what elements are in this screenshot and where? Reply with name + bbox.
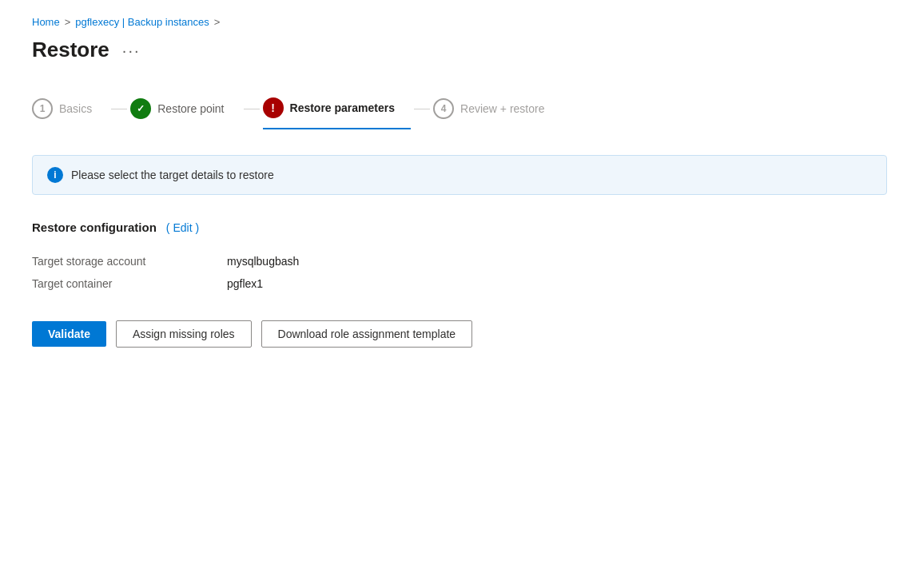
breadcrumb-sep1: >	[65, 16, 71, 28]
config-value-container: pgflex1	[227, 277, 263, 290]
breadcrumb-home[interactable]: Home	[32, 16, 60, 28]
info-banner: i Please select the target details to re…	[32, 155, 887, 195]
restore-config-title: Restore configuration	[32, 220, 157, 234]
step-restore-parameters-indicator: !	[263, 97, 284, 118]
download-template-button[interactable]: Download role assignment template	[261, 320, 473, 348]
step-basics-indicator: 1	[32, 98, 53, 119]
config-row-container: Target container pgflex1	[32, 272, 887, 295]
restore-config-table: Target storage account mysqlbugbash Targ…	[32, 250, 887, 295]
info-banner-text: Please select the target details to rest…	[71, 169, 274, 181]
config-value-storage: mysqlbugbash	[227, 255, 299, 268]
info-icon: i	[47, 167, 63, 183]
step-basics-label: Basics	[59, 102, 92, 115]
step-restore-point[interactable]: ✓ Restore point	[130, 89, 240, 129]
breadcrumb-parent[interactable]: pgflexecy | Backup instances	[75, 16, 209, 28]
step-separator-3	[414, 109, 430, 109]
step-restore-point-indicator: ✓	[130, 98, 151, 119]
restore-config-header: Restore configuration ( Edit )	[32, 220, 887, 234]
config-row-storage: Target storage account mysqlbugbash	[32, 250, 887, 272]
wizard-steps: 1 Basics ✓ Restore point ! Restore param…	[32, 88, 887, 129]
page-title: Restore	[32, 38, 109, 62]
validate-button[interactable]: Validate	[32, 321, 106, 347]
step-restore-parameters-label: Restore parameters	[290, 101, 396, 114]
config-label-container: Target container	[32, 277, 208, 290]
step-separator-1	[111, 109, 127, 109]
config-label-storage: Target storage account	[32, 255, 208, 268]
step-review-restore[interactable]: 4 Review + restore	[433, 89, 560, 129]
step-basics[interactable]: 1 Basics	[32, 89, 108, 129]
action-buttons: Validate Assign missing roles Download r…	[32, 320, 887, 348]
step-separator-2	[244, 109, 260, 109]
step-restore-point-label: Restore point	[157, 102, 224, 115]
edit-link[interactable]: ( Edit )	[166, 221, 199, 234]
assign-missing-roles-button[interactable]: Assign missing roles	[116, 320, 252, 348]
step-restore-parameters[interactable]: ! Restore parameters	[263, 88, 412, 129]
step-review-restore-indicator: 4	[433, 98, 454, 119]
breadcrumb: Home > pgflexecy | Backup instances >	[32, 16, 887, 28]
more-options-button[interactable]: ···	[119, 42, 144, 58]
step-review-restore-label: Review + restore	[460, 102, 544, 115]
breadcrumb-sep2: >	[214, 16, 221, 28]
